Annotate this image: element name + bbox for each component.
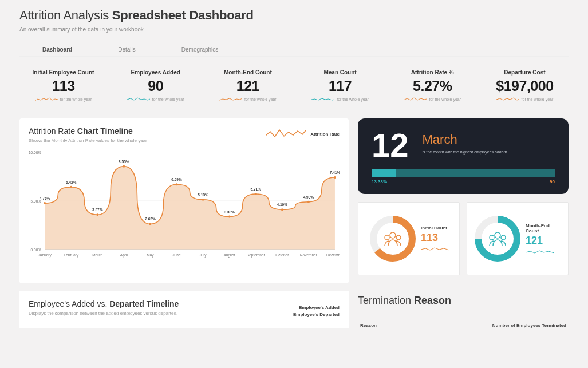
svg-text:6.69%: 6.69% — [171, 177, 182, 181]
chart-legend: Attrition Rate — [266, 128, 340, 140]
highlight-number: 12 — [372, 129, 409, 162]
sparkline-icon — [35, 96, 58, 102]
sparkline-icon — [127, 96, 150, 102]
title-bold: Spreadsheet Dashboard — [112, 8, 254, 22]
timeline-title-bold: Departed Timeline — [109, 299, 179, 308]
tab-details[interactable]: Details — [95, 46, 159, 56]
kpi-value: 90 — [114, 78, 197, 94]
kpi-added: Employees Added 90 for the whole year — [114, 69, 197, 102]
sparkline-icon — [311, 96, 334, 102]
donut-initial-card: Initial Count 113 — [358, 202, 460, 275]
svg-point-49 — [490, 235, 494, 240]
kpi-value: 117 — [299, 78, 382, 94]
bar-right-label: 90 — [550, 179, 555, 184]
kpi-cost: Departure Cost $197,000 for the whole ye… — [483, 69, 566, 102]
tab-dashboard[interactable]: Dashboard — [19, 46, 95, 56]
kpi-value: $197,000 — [483, 78, 566, 94]
svg-text:4.76%: 4.76% — [40, 196, 50, 200]
svg-text:4.10%: 4.10% — [277, 203, 288, 207]
svg-text:April: April — [120, 253, 128, 258]
svg-point-48 — [495, 232, 500, 238]
kpi-label: Attrition Rate % — [391, 69, 474, 76]
termination-block: Termination Reason Reason Number of Empl… — [358, 291, 569, 328]
kpi-footer: for the whole year — [60, 97, 92, 101]
svg-text:December: December — [326, 253, 340, 257]
kpi-label: Departure Cost — [483, 69, 566, 76]
tabs: Dashboard Details Demographics — [19, 46, 569, 57]
chart-title: Attrition Rate Chart Timeline — [29, 126, 147, 136]
svg-point-16 — [202, 199, 204, 201]
sparkline-icon — [219, 96, 242, 102]
sparkline-icon — [496, 96, 519, 102]
kpi-value: 113 — [22, 78, 105, 94]
people-icon — [488, 231, 507, 247]
svg-text:6.42%: 6.42% — [66, 180, 77, 184]
highlight-desc: is the month with the highest employees … — [423, 149, 555, 155]
svg-point-45 — [396, 235, 401, 240]
sparkline-icon — [421, 245, 449, 252]
svg-text:5.71%: 5.71% — [250, 187, 261, 191]
people-icon — [383, 231, 402, 247]
svg-point-10 — [123, 165, 125, 168]
donut-monthend-card: Month-End Count 121 — [467, 202, 569, 275]
svg-text:2.62%: 2.62% — [145, 217, 156, 221]
donut-label: Initial Count — [421, 225, 449, 231]
svg-text:8.55%: 8.55% — [119, 160, 129, 164]
termination-title: Termination Reason — [358, 295, 569, 307]
svg-point-4 — [44, 202, 46, 204]
title-light: Attrition Analysis — [19, 8, 109, 22]
attrition-chart-card: Attrition Rate Chart Timeline Shows the … — [19, 118, 349, 283]
kpi-row: Initial Employee Count 113 for the whole… — [19, 69, 569, 102]
chart-title-light: Attrition Rate — [29, 126, 75, 136]
svg-point-26 — [334, 176, 336, 179]
kpi-mean: Mean Count 117 for the whole year — [299, 69, 382, 102]
kpi-footer: for the whole year — [337, 97, 369, 101]
kpi-attrition: Attrition Rate % 5.27% for the whole yea… — [391, 69, 474, 102]
svg-text:4.90%: 4.90% — [303, 195, 314, 199]
svg-point-24 — [307, 201, 310, 203]
svg-text:10.00%: 10.00% — [29, 151, 41, 155]
kpi-label: Mean Count — [299, 69, 382, 76]
svg-text:July: July — [200, 253, 207, 258]
svg-point-14 — [176, 183, 178, 185]
svg-point-44 — [385, 235, 389, 240]
legend-label: Attrition Rate — [310, 132, 340, 137]
termination-col-count: Number of Employees Terminated — [492, 323, 566, 328]
termination-col-reason: Reason — [360, 323, 377, 328]
chart-title-bold: Chart Timeline — [77, 126, 133, 136]
kpi-monthend: Month-End Count 121 for the whole year — [206, 69, 289, 102]
attrition-area-chart: 10.00%5.00%0.00%4.76%6.42%3.57%8.55%2.62… — [29, 147, 340, 261]
termination-title-light: Termination — [358, 295, 411, 306]
highlight-month: March — [423, 132, 555, 147]
svg-text:5.13%: 5.13% — [198, 193, 208, 197]
svg-text:August: August — [224, 253, 235, 258]
kpi-label: Employees Added — [114, 69, 197, 76]
kpi-value: 121 — [206, 78, 289, 94]
highlight-card: 12 March is the month with the highest e… — [358, 118, 569, 194]
kpi-footer: for the whole year — [522, 97, 554, 101]
kpi-footer: for the whole year — [429, 97, 461, 101]
highlight-bar: 13.33% 90 — [372, 169, 555, 184]
svg-text:3.57%: 3.57% — [92, 208, 103, 212]
termination-title-bold: Reason — [414, 295, 451, 306]
timeline-title-light: Employee's Added vs. — [29, 299, 107, 308]
sparkline-icon — [526, 248, 554, 255]
svg-text:November: November — [300, 253, 318, 257]
svg-text:3.38%: 3.38% — [224, 210, 235, 214]
tab-demographics[interactable]: Demographics — [159, 46, 241, 56]
chart-subtitle: Shows the Monthly Attrition Rate values … — [29, 138, 147, 143]
donut-value: 121 — [526, 235, 562, 247]
donut-value: 113 — [421, 232, 449, 244]
termination-header-row: Reason Number of Employees Terminated — [358, 323, 569, 328]
sparkline-icon — [404, 96, 427, 102]
svg-point-18 — [228, 216, 231, 218]
svg-text:7.41%: 7.41% — [330, 171, 340, 175]
svg-point-20 — [255, 193, 257, 195]
kpi-label: Initial Employee Count — [22, 69, 105, 76]
kpi-footer: for the whole year — [152, 97, 184, 101]
svg-text:October: October — [275, 253, 289, 257]
svg-text:September: September — [247, 253, 266, 258]
svg-point-43 — [390, 232, 396, 238]
svg-text:March: March — [92, 253, 102, 257]
svg-text:February: February — [64, 253, 79, 258]
